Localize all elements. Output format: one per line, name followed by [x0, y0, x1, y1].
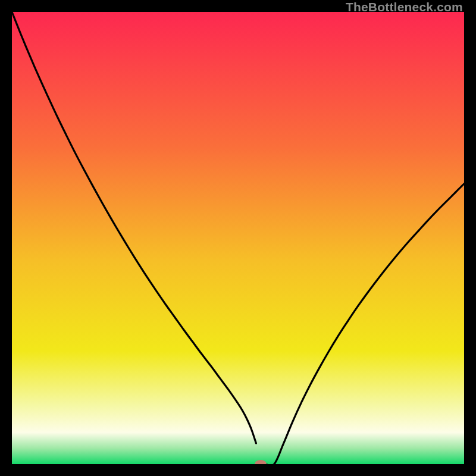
gradient-background	[12, 12, 464, 464]
chart-container: { "watermark": "TheBottleneck.com", "cha…	[0, 0, 476, 476]
plot-area	[12, 12, 464, 464]
plot-svg	[12, 12, 464, 464]
